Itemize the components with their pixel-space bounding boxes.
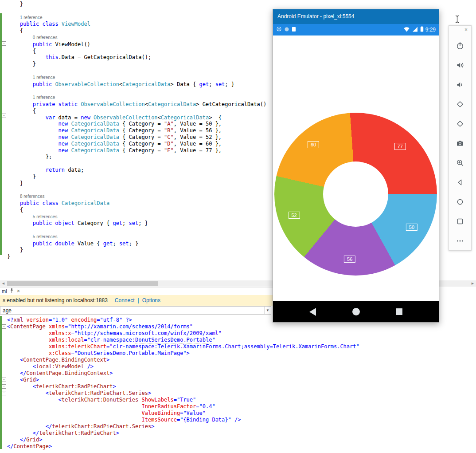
code-line[interactable]: </telerikChart:RadPieChart> xyxy=(7,430,359,437)
connect-link[interactable]: Connect xyxy=(115,297,135,303)
code-line[interactable]: </ContentPage.BindingContext> xyxy=(7,370,359,377)
options-link[interactable]: Options xyxy=(142,297,160,303)
code-line[interactable]: 5 references xyxy=(7,213,266,221)
android-nav-bar xyxy=(273,301,439,322)
code-line[interactable]: new CategoricalData { Category = "E", Va… xyxy=(7,147,266,154)
code-line[interactable]: } xyxy=(7,61,266,67)
code-line[interactable]: new CategoricalData { Category = "B", Va… xyxy=(7,127,266,134)
collapse-toggle[interactable]: - xyxy=(2,114,6,118)
code-line[interactable]: <ContentPage.BindingContext> xyxy=(7,357,359,363)
code-line[interactable]: new CategoricalData { Category = "C", Va… xyxy=(7,134,266,141)
chevron-down-icon[interactable]: ▼ xyxy=(264,307,271,314)
code-line[interactable] xyxy=(7,186,266,193)
code-line[interactable]: var data = new ObservableCollection<Cate… xyxy=(7,114,266,121)
code-line[interactable]: </Grid> xyxy=(7,437,359,443)
collapse-toggle[interactable]: - xyxy=(2,378,6,382)
code-line[interactable]: 1 reference xyxy=(7,74,266,81)
scrollbar-thumb[interactable] xyxy=(7,281,158,286)
code-line[interactable]: 5 references xyxy=(7,233,266,240)
minimize-button[interactable]: – xyxy=(455,27,462,33)
chart-label: 77 xyxy=(394,143,406,150)
donut-chart[interactable]: 5056526077 xyxy=(274,113,437,276)
pin-icon[interactable] xyxy=(9,288,15,294)
code-line[interactable]: return data; xyxy=(7,167,266,173)
code-line[interactable] xyxy=(7,67,266,74)
scroll-left-arrow[interactable]: ◀ xyxy=(0,280,7,287)
code-line[interactable]: { xyxy=(7,108,266,114)
collapse-toggle[interactable]: - xyxy=(2,41,6,46)
close-icon[interactable]: × xyxy=(15,288,22,294)
code-line[interactable]: <telerikChart:RadPieChart> xyxy=(7,383,359,390)
code-line[interactable]: new CategoricalData { Category = "A", Va… xyxy=(7,121,266,127)
emu-tool-rotate-left-icon[interactable] xyxy=(454,98,466,110)
emu-tool-more-icon[interactable] xyxy=(454,235,466,247)
code-line[interactable]: }; xyxy=(7,154,266,160)
code-line[interactable]: } xyxy=(7,247,266,253)
back-button[interactable] xyxy=(309,308,316,316)
code-line[interactable]: private static ObservableCollection<Cate… xyxy=(7,101,266,108)
code-line[interactable]: this.Data = GetCategoricalData(); xyxy=(7,54,266,61)
code-line[interactable]: <Grid> xyxy=(7,377,359,383)
emu-tool-overview-icon[interactable] xyxy=(454,216,466,227)
recents-button[interactable] xyxy=(396,308,402,315)
emu-tool-home-icon[interactable] xyxy=(454,196,466,208)
scroll-right-arrow[interactable]: ▶ xyxy=(469,280,476,287)
code-line[interactable] xyxy=(7,227,266,233)
collapse-toggle[interactable]: - xyxy=(2,384,6,389)
code-line[interactable]: ItemsSource="{Binding Data}" /> xyxy=(7,417,359,423)
code-line[interactable]: 8 references xyxy=(7,193,266,200)
code-line[interactable]: public class CategoricalData xyxy=(7,200,266,207)
code-line[interactable]: public ViewModel() xyxy=(7,41,266,48)
code-line[interactable]: <telerikChart:DonutSeries ShowLabels="Tr… xyxy=(7,397,359,403)
code-line[interactable]: InnerRadiusFactor="0.4" xyxy=(7,403,359,410)
code-line[interactable]: 1 reference xyxy=(7,94,266,101)
collapse-toggle[interactable]: - xyxy=(2,324,6,329)
code-line[interactable]: } xyxy=(7,1,266,8)
code-line[interactable]: xmlns:local="clr-namespace:DonutSeriesDe… xyxy=(7,337,359,343)
code-line[interactable] xyxy=(7,8,266,14)
code-line[interactable]: x:Class="DonutSeriesDemo.Portable.MainPa… xyxy=(7,350,359,357)
code-line[interactable]: </telerikChart:RadPieChart.Series> xyxy=(7,423,359,430)
code-line[interactable]: { xyxy=(7,207,266,213)
code-line[interactable]: <local:ViewModel /> xyxy=(7,363,359,370)
code-line[interactable]: </ContentPage> xyxy=(7,443,359,450)
code-line[interactable]: public class ViewModel xyxy=(7,21,266,28)
code-line[interactable]: xmlns:x="http://schemas.microsoft.com/wi… xyxy=(7,330,359,337)
xaml-editor[interactable]: <?xml version="1.0" encoding="utf-8" ?><… xyxy=(7,317,359,450)
emulator-title-bar[interactable]: Android Emulator - pixel_xl:5554 xyxy=(273,9,439,24)
emu-tool-power-icon[interactable] xyxy=(454,40,466,51)
code-line[interactable]: new CategoricalData { Category = "D", Va… xyxy=(7,141,266,147)
code-line[interactable]: public ObservableCollection<CategoricalD… xyxy=(7,81,266,88)
code-line[interactable]: 0 references xyxy=(7,34,266,41)
emu-tool-rotate-right-icon[interactable] xyxy=(454,118,466,130)
emu-tool-back-icon[interactable] xyxy=(454,177,466,188)
code-line[interactable]: { xyxy=(7,48,266,55)
code-line[interactable]: xmlns:telerikChart="clr-namespace:Teleri… xyxy=(7,343,359,350)
code-line[interactable] xyxy=(7,87,266,94)
document-tab[interactable]: ml xyxy=(0,288,9,294)
close-button[interactable]: × xyxy=(462,27,470,33)
code-line[interactable]: } xyxy=(7,180,266,187)
code-line[interactable]: public double Value { get; set; } xyxy=(7,240,266,247)
code-line[interactable]: } xyxy=(7,253,266,260)
emu-tool-volume-down-icon[interactable] xyxy=(454,79,466,91)
wifi-icon xyxy=(403,26,410,34)
code-line[interactable]: public object Category { get; set; } xyxy=(7,220,266,227)
emu-tool-screenshot-icon[interactable] xyxy=(454,138,466,149)
code-line[interactable] xyxy=(7,160,266,167)
code-line[interactable]: 1 reference xyxy=(7,14,266,21)
info-bar: s enabled but not listening on localhost… xyxy=(0,295,273,306)
code-line[interactable]: } xyxy=(7,173,266,180)
android-screen[interactable]: 5056526077 xyxy=(273,35,439,301)
home-button[interactable] xyxy=(352,308,360,315)
code-line[interactable]: <telerikChart:RadPieChart.Series> xyxy=(7,390,359,397)
emu-tool-volume-up-icon[interactable] xyxy=(454,59,466,71)
code-line[interactable]: <ContentPage xmlns="http://xamarin.com/s… xyxy=(7,323,359,330)
csharp-editor[interactable]: } 1 reference public class ViewModel { 0… xyxy=(7,1,266,260)
code-line[interactable]: { xyxy=(7,28,266,34)
emu-tool-zoom-icon[interactable] xyxy=(454,157,466,169)
code-line[interactable]: ValueBinding="Value" xyxy=(7,410,359,417)
element-dropdown[interactable]: age ▼ xyxy=(0,306,271,315)
collapse-toggle[interactable]: - xyxy=(2,391,6,395)
emulator-toolbar: – × xyxy=(449,25,472,251)
